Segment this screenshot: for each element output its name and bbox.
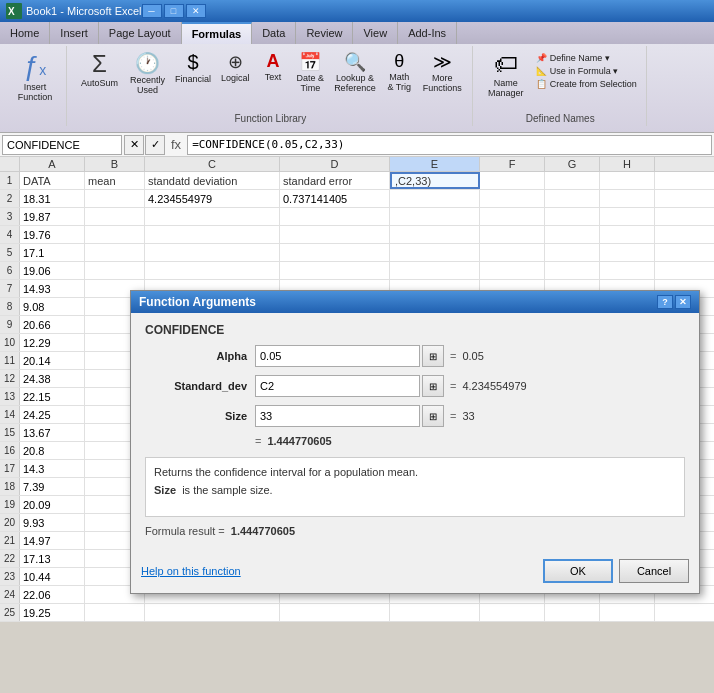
arg-value-alpha: 0.05 xyxy=(462,350,483,362)
dialog-body: CONFIDENCE Alpha ⊞ = 0.05 Standard_dev ⊞… xyxy=(131,313,699,553)
dialog-title-bar: Function Arguments ? ✕ xyxy=(131,291,699,313)
dialog-buttons: OK Cancel xyxy=(543,559,689,583)
result-equals: = xyxy=(255,435,261,447)
cancel-button[interactable]: Cancel xyxy=(619,559,689,583)
arg-equals-alpha: = xyxy=(450,350,456,362)
formula-result-label: Formula result = xyxy=(145,525,225,537)
result-value: 1.444770605 xyxy=(267,435,331,447)
arg-equals-standard-dev: = xyxy=(450,380,456,392)
dialog-function-name: CONFIDENCE xyxy=(145,323,685,337)
overall-result-row: = 1.444770605 xyxy=(255,435,685,447)
arg-value-size: 33 xyxy=(462,410,474,422)
param-name: Size xyxy=(154,484,176,496)
dialog-title-text: Function Arguments xyxy=(139,295,256,309)
arg-input-standard-dev[interactable] xyxy=(255,375,420,397)
arg-ref-btn-alpha[interactable]: ⊞ xyxy=(422,345,444,367)
arg-input-alpha[interactable] xyxy=(255,345,420,367)
dialog-help-button[interactable]: ? xyxy=(657,295,673,309)
arg-row-standard-dev: Standard_dev ⊞ = 4.234554979 xyxy=(145,375,685,397)
formula-result-value: 1.444770605 xyxy=(231,525,295,537)
arg-label-alpha: Alpha xyxy=(145,350,255,362)
dialog-title-buttons: ? ✕ xyxy=(657,295,691,309)
arg-value-standard-dev: 4.234554979 xyxy=(462,380,526,392)
description-param: Size is the sample size. xyxy=(154,484,676,496)
description-main: Returns the confidence interval for a po… xyxy=(154,466,676,478)
ok-button[interactable]: OK xyxy=(543,559,613,583)
arg-row-size: Size ⊞ = 33 xyxy=(145,405,685,427)
dialog-overlay: Function Arguments ? ✕ CONFIDENCE Alpha … xyxy=(0,0,714,622)
arg-label-standard-dev: Standard_dev xyxy=(145,380,255,392)
arg-equals-size: = xyxy=(450,410,456,422)
help-link[interactable]: Help on this function xyxy=(141,565,241,577)
arg-ref-btn-size[interactable]: ⊞ xyxy=(422,405,444,427)
dialog-close-button[interactable]: ✕ xyxy=(675,295,691,309)
function-arguments-dialog: Function Arguments ? ✕ CONFIDENCE Alpha … xyxy=(130,290,700,594)
arg-ref-btn-standard-dev[interactable]: ⊞ xyxy=(422,375,444,397)
formula-result-row: Formula result = 1.444770605 xyxy=(145,525,685,537)
arg-label-size: Size xyxy=(145,410,255,422)
dialog-footer: Help on this function OK Cancel xyxy=(131,553,699,593)
description-box: Returns the confidence interval for a po… xyxy=(145,457,685,517)
arg-row-alpha: Alpha ⊞ = 0.05 xyxy=(145,345,685,367)
arg-input-size[interactable] xyxy=(255,405,420,427)
